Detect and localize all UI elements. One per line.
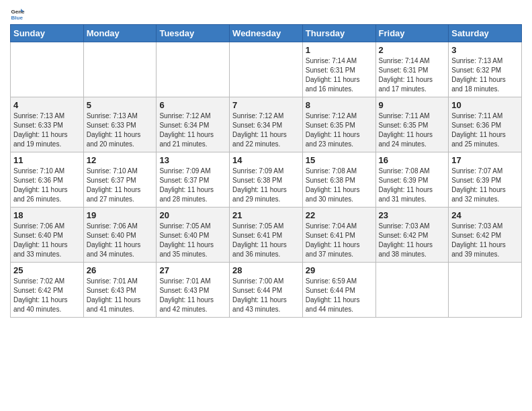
calendar-table: Sunday Monday Tuesday Wednesday Thursday… bbox=[10, 24, 522, 318]
day-number: 12 bbox=[87, 155, 154, 165]
calendar-cell: 15Sunrise: 7:08 AM Sunset: 6:38 PM Dayli… bbox=[302, 152, 375, 208]
calendar-cell bbox=[11, 42, 84, 97]
calendar-cell: 28Sunrise: 7:00 AM Sunset: 6:44 PM Dayli… bbox=[230, 263, 303, 318]
day-info: Sunrise: 7:14 AM Sunset: 6:31 PM Dayligh… bbox=[306, 56, 373, 94]
page: General Blue Sunday Monday Tuesday Wedne… bbox=[0, 0, 532, 411]
day-info: Sunrise: 7:13 AM Sunset: 6:32 PM Dayligh… bbox=[451, 56, 519, 94]
calendar-cell: 9Sunrise: 7:11 AM Sunset: 6:35 PM Daylig… bbox=[375, 97, 449, 152]
day-info: Sunrise: 7:13 AM Sunset: 6:33 PM Dayligh… bbox=[87, 111, 154, 149]
day-number: 26 bbox=[87, 265, 154, 275]
calendar-cell: 8Sunrise: 7:12 AM Sunset: 6:35 PM Daylig… bbox=[302, 97, 375, 152]
day-info: Sunrise: 7:07 AM Sunset: 6:39 PM Dayligh… bbox=[451, 167, 519, 204]
day-info: Sunrise: 7:11 AM Sunset: 6:35 PM Dayligh… bbox=[379, 111, 446, 149]
day-number: 22 bbox=[306, 210, 373, 220]
day-info: Sunrise: 7:05 AM Sunset: 6:41 PM Dayligh… bbox=[232, 222, 300, 259]
day-info: Sunrise: 7:05 AM Sunset: 6:40 PM Dayligh… bbox=[159, 222, 226, 259]
col-tuesday: Tuesday bbox=[157, 25, 230, 42]
calendar-cell: 19Sunrise: 7:06 AM Sunset: 6:40 PM Dayli… bbox=[83, 208, 157, 263]
day-info: Sunrise: 7:09 AM Sunset: 6:38 PM Dayligh… bbox=[232, 167, 300, 204]
day-number: 7 bbox=[232, 100, 300, 110]
col-monday: Monday bbox=[83, 25, 157, 42]
calendar-cell: 12Sunrise: 7:10 AM Sunset: 6:37 PM Dayli… bbox=[83, 152, 157, 208]
calendar-cell: 1Sunrise: 7:14 AM Sunset: 6:31 PM Daylig… bbox=[302, 42, 375, 97]
calendar-cell: 10Sunrise: 7:11 AM Sunset: 6:36 PM Dayli… bbox=[449, 97, 522, 152]
day-info: Sunrise: 7:01 AM Sunset: 6:43 PM Dayligh… bbox=[87, 277, 154, 314]
calendar-cell: 21Sunrise: 7:05 AM Sunset: 6:41 PM Dayli… bbox=[230, 208, 303, 263]
col-thursday: Thursday bbox=[302, 25, 375, 42]
calendar-cell bbox=[230, 42, 303, 97]
day-number: 27 bbox=[159, 265, 226, 275]
day-info: Sunrise: 6:59 AM Sunset: 6:44 PM Dayligh… bbox=[306, 277, 373, 314]
day-info: Sunrise: 7:10 AM Sunset: 6:36 PM Dayligh… bbox=[13, 167, 81, 204]
logo-icon: General Blue bbox=[10, 7, 25, 21]
day-number: 25 bbox=[13, 265, 81, 275]
day-number: 24 bbox=[451, 210, 519, 220]
header: General Blue bbox=[10, 7, 522, 21]
day-number: 20 bbox=[159, 210, 226, 220]
calendar-cell bbox=[375, 263, 449, 318]
header-row: Sunday Monday Tuesday Wednesday Thursday… bbox=[11, 25, 522, 42]
calendar-week-0: 1Sunrise: 7:14 AM Sunset: 6:31 PM Daylig… bbox=[11, 42, 522, 97]
day-number: 6 bbox=[159, 100, 226, 110]
day-info: Sunrise: 7:04 AM Sunset: 6:41 PM Dayligh… bbox=[306, 222, 373, 259]
day-info: Sunrise: 7:06 AM Sunset: 6:40 PM Dayligh… bbox=[87, 222, 154, 259]
calendar-cell: 20Sunrise: 7:05 AM Sunset: 6:40 PM Dayli… bbox=[157, 208, 230, 263]
col-wednesday: Wednesday bbox=[230, 25, 303, 42]
day-number: 4 bbox=[13, 100, 81, 110]
calendar-cell: 7Sunrise: 7:12 AM Sunset: 6:34 PM Daylig… bbox=[230, 97, 303, 152]
calendar-cell: 26Sunrise: 7:01 AM Sunset: 6:43 PM Dayli… bbox=[83, 263, 157, 318]
day-info: Sunrise: 7:11 AM Sunset: 6:36 PM Dayligh… bbox=[451, 111, 519, 149]
calendar-cell: 4Sunrise: 7:13 AM Sunset: 6:33 PM Daylig… bbox=[11, 97, 84, 152]
day-info: Sunrise: 7:09 AM Sunset: 6:37 PM Dayligh… bbox=[159, 167, 226, 204]
day-number: 15 bbox=[306, 155, 373, 165]
calendar-cell: 17Sunrise: 7:07 AM Sunset: 6:39 PM Dayli… bbox=[449, 152, 522, 208]
calendar-cell: 27Sunrise: 7:01 AM Sunset: 6:43 PM Dayli… bbox=[157, 263, 230, 318]
calendar-week-2: 11Sunrise: 7:10 AM Sunset: 6:36 PM Dayli… bbox=[11, 152, 522, 208]
logo: General Blue bbox=[10, 7, 28, 21]
day-number: 5 bbox=[87, 100, 154, 110]
calendar-cell: 22Sunrise: 7:04 AM Sunset: 6:41 PM Dayli… bbox=[302, 208, 375, 263]
calendar-cell: 6Sunrise: 7:12 AM Sunset: 6:34 PM Daylig… bbox=[157, 97, 230, 152]
svg-text:Blue: Blue bbox=[11, 15, 23, 21]
calendar-cell: 25Sunrise: 7:02 AM Sunset: 6:42 PM Dayli… bbox=[11, 263, 84, 318]
day-info: Sunrise: 7:12 AM Sunset: 6:35 PM Dayligh… bbox=[306, 111, 373, 149]
calendar-cell: 11Sunrise: 7:10 AM Sunset: 6:36 PM Dayli… bbox=[11, 152, 84, 208]
calendar-cell: 16Sunrise: 7:08 AM Sunset: 6:39 PM Dayli… bbox=[375, 152, 449, 208]
day-info: Sunrise: 7:14 AM Sunset: 6:31 PM Dayligh… bbox=[379, 56, 446, 94]
calendar-cell: 18Sunrise: 7:06 AM Sunset: 6:40 PM Dayli… bbox=[11, 208, 84, 263]
day-info: Sunrise: 7:02 AM Sunset: 6:42 PM Dayligh… bbox=[13, 277, 81, 314]
calendar-week-4: 25Sunrise: 7:02 AM Sunset: 6:42 PM Dayli… bbox=[11, 263, 522, 318]
day-info: Sunrise: 7:08 AM Sunset: 6:38 PM Dayligh… bbox=[306, 167, 373, 204]
day-info: Sunrise: 7:12 AM Sunset: 6:34 PM Dayligh… bbox=[232, 111, 300, 149]
col-friday: Friday bbox=[375, 25, 449, 42]
calendar-cell: 29Sunrise: 6:59 AM Sunset: 6:44 PM Dayli… bbox=[302, 263, 375, 318]
day-number: 3 bbox=[451, 45, 519, 55]
calendar-cell bbox=[449, 263, 522, 318]
calendar-cell bbox=[83, 42, 157, 97]
calendar-cell: 5Sunrise: 7:13 AM Sunset: 6:33 PM Daylig… bbox=[83, 97, 157, 152]
day-number: 28 bbox=[232, 265, 300, 275]
day-number: 13 bbox=[159, 155, 226, 165]
day-number: 11 bbox=[13, 155, 81, 165]
calendar-cell: 23Sunrise: 7:03 AM Sunset: 6:42 PM Dayli… bbox=[375, 208, 449, 263]
day-info: Sunrise: 7:00 AM Sunset: 6:44 PM Dayligh… bbox=[232, 277, 300, 314]
day-number: 19 bbox=[87, 210, 154, 220]
day-number: 21 bbox=[232, 210, 300, 220]
day-number: 9 bbox=[379, 100, 446, 110]
day-number: 2 bbox=[379, 45, 446, 55]
day-number: 14 bbox=[232, 155, 300, 165]
day-number: 10 bbox=[451, 100, 519, 110]
calendar-cell: 14Sunrise: 7:09 AM Sunset: 6:38 PM Dayli… bbox=[230, 152, 303, 208]
day-info: Sunrise: 7:12 AM Sunset: 6:34 PM Dayligh… bbox=[159, 111, 226, 149]
col-sunday: Sunday bbox=[11, 25, 84, 42]
day-info: Sunrise: 7:03 AM Sunset: 6:42 PM Dayligh… bbox=[451, 222, 519, 259]
calendar-cell: 24Sunrise: 7:03 AM Sunset: 6:42 PM Dayli… bbox=[449, 208, 522, 263]
day-info: Sunrise: 7:03 AM Sunset: 6:42 PM Dayligh… bbox=[379, 222, 446, 259]
calendar-cell: 13Sunrise: 7:09 AM Sunset: 6:37 PM Dayli… bbox=[157, 152, 230, 208]
calendar-cell: 3Sunrise: 7:13 AM Sunset: 6:32 PM Daylig… bbox=[449, 42, 522, 97]
day-number: 29 bbox=[306, 265, 373, 275]
calendar-cell: 2Sunrise: 7:14 AM Sunset: 6:31 PM Daylig… bbox=[375, 42, 449, 97]
day-number: 18 bbox=[13, 210, 81, 220]
day-info: Sunrise: 7:01 AM Sunset: 6:43 PM Dayligh… bbox=[159, 277, 226, 314]
calendar-week-3: 18Sunrise: 7:06 AM Sunset: 6:40 PM Dayli… bbox=[11, 208, 522, 263]
